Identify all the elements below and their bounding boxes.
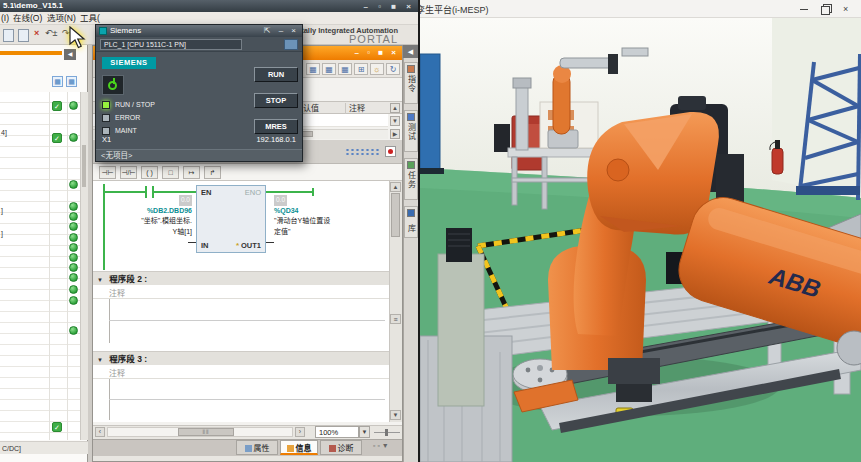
- in-dash: [188, 242, 196, 243]
- editor-window-controls[interactable]: – ▫ ■ ×: [355, 46, 399, 60]
- plc-instance-select[interactable]: PLC_1 [CPU 1511C-1 PN]: [100, 39, 242, 50]
- tab-libraries[interactable]: 库: [404, 206, 418, 238]
- status-dot: [69, 243, 78, 252]
- tab-diagnostics[interactable]: 诊断: [320, 440, 362, 455]
- grid-separator: [49, 92, 50, 440]
- column-separator: [345, 103, 346, 114]
- zoom-select[interactable]: 100%: [315, 426, 359, 438]
- editor-hscroll-thumb[interactable]: ⫴⫴: [178, 428, 234, 436]
- left-pane-collapse-icon[interactable]: ◀: [64, 49, 76, 60]
- siemens-logo: SIEMENS: [102, 57, 156, 69]
- device-row[interactable]: C/DC]: [0, 441, 88, 454]
- monitor-value-badge: 0.0: [179, 195, 192, 206]
- plcsim-titlebar[interactable]: Siemens ⇱ – ×: [96, 25, 302, 37]
- scroll-right-icon[interactable]: ▶: [390, 129, 400, 139]
- twin-titlebar[interactable]: 孪生平台(i-MESP): [420, 0, 861, 18]
- power-button[interactable]: [102, 75, 124, 95]
- network-3-header[interactable]: ▼ 程序段 3 :: [93, 351, 389, 365]
- tab-tasks[interactable]: 任务: [404, 158, 418, 200]
- scroll-up-icon[interactable]: ▲: [390, 103, 400, 113]
- tab-properties[interactable]: 属性: [236, 440, 278, 455]
- task-card-collapse[interactable]: ◀: [403, 45, 418, 58]
- tag-table-grid[interactable]: [0, 92, 80, 440]
- scroll-left-icon[interactable]: ‹: [95, 427, 105, 437]
- no-contact-icon[interactable]: ⊣⊢: [99, 166, 116, 179]
- network-2-comment[interactable]: 注释: [109, 287, 125, 298]
- undo-icon[interactable]: ↶±: [45, 28, 57, 38]
- ladder-canvas[interactable]: EN ENO IN * OUT1 0.0 %DB2.DBD96 "坐标".模组坐…: [93, 181, 389, 422]
- modify-value-icon[interactable]: *: [236, 241, 239, 250]
- empty-box-icon[interactable]: □: [162, 166, 179, 179]
- go-online-icon[interactable]: ↻: [386, 63, 400, 75]
- empty-rail: [109, 321, 110, 343]
- testing-icon: [407, 113, 415, 121]
- stop-button[interactable]: STOP: [254, 93, 298, 108]
- properties-icon: [245, 445, 252, 452]
- scroll-down-icon[interactable]: ▼: [390, 410, 401, 420]
- canvas-vscroll-thumb[interactable]: [391, 193, 400, 237]
- status-dot: [69, 326, 78, 335]
- status-check-icon: ✓: [52, 101, 62, 111]
- tab-testing[interactable]: 测试: [404, 110, 418, 152]
- coil-icon[interactable]: ( ): [141, 166, 158, 179]
- copy-icon[interactable]: [3, 29, 12, 40]
- status-dot: [69, 222, 78, 231]
- menu-item-insert[interactable]: (I): [1, 12, 9, 25]
- plcsim-window-controls[interactable]: ⇱ – ×: [264, 25, 299, 37]
- door-sill: [420, 168, 444, 174]
- run-button[interactable]: RUN: [254, 67, 298, 82]
- network-2-header[interactable]: ▼ 程序段 2 :: [93, 271, 389, 285]
- restore-icon[interactable]: [821, 4, 831, 14]
- table-view-icon[interactable]: ▦: [52, 76, 63, 87]
- interface-label: X1: [102, 135, 111, 144]
- scroll-down-icon[interactable]: ▼: [390, 116, 400, 126]
- output-operand[interactable]: 0.0 %QD34 "滑动台Y轴位置设 定值": [274, 195, 386, 237]
- scroll-up-icon[interactable]: ▲: [390, 182, 401, 192]
- menu-item-online[interactable]: 在线(O): [13, 12, 42, 25]
- paste-icon[interactable]: [18, 29, 27, 40]
- status-dot: [69, 212, 78, 221]
- device-row-fragment: C/DC]: [2, 445, 21, 452]
- keep-values-icon[interactable]: ▦: [338, 63, 352, 75]
- add-table-icon[interactable]: ▦: [66, 76, 77, 87]
- snapshot-icon[interactable]: ▦: [322, 63, 336, 75]
- highlight-icon[interactable]: ☼: [370, 63, 384, 75]
- tia-titlebar[interactable]: 5.1\demo_V15.1 – ▫ ■ ×: [0, 0, 418, 12]
- project-status[interactable]: <无项目>: [96, 149, 302, 161]
- monitor-toggle-icon[interactable]: ▦: [306, 63, 320, 75]
- nc-contact-icon[interactable]: ⊣/⊢: [120, 166, 137, 179]
- inspector-mini-controls[interactable]: ▫ ▫ ▼: [373, 442, 389, 449]
- diode-icon[interactable]: [385, 146, 396, 157]
- tab-libraries-label: 库: [406, 224, 417, 233]
- close-icon[interactable]: ×: [843, 4, 853, 14]
- tab-diagnostics-label: 诊断: [338, 444, 354, 453]
- zoom-dropdown-icon[interactable]: ▼: [359, 426, 370, 438]
- divider: [93, 378, 389, 379]
- led-run-stop: [102, 101, 110, 109]
- 3d-viewport[interactable]: ABB: [420, 18, 861, 462]
- device-view-icon[interactable]: [284, 39, 298, 50]
- zoom-slider-knob[interactable]: [385, 429, 388, 436]
- favorites-empty-slots[interactable]: [345, 148, 379, 157]
- delete-icon[interactable]: ×: [34, 28, 39, 38]
- left-pane-scroll-thumb[interactable]: [82, 145, 86, 187]
- close-branch-icon[interactable]: ↱: [204, 166, 221, 179]
- minimize-icon[interactable]: [799, 4, 809, 14]
- expand-icon[interactable]: ⊞: [354, 63, 368, 75]
- scroll-right-icon[interactable]: ›: [295, 427, 305, 437]
- editor-bottom-strip: [93, 456, 402, 461]
- out-dash: [266, 242, 274, 243]
- move-block[interactable]: EN ENO IN * OUT1: [196, 185, 266, 253]
- tab-instructions[interactable]: 指令: [404, 62, 418, 104]
- collapse-triangle-icon[interactable]: ▼: [93, 357, 107, 363]
- section-grip-icon[interactable]: ≡: [390, 314, 401, 324]
- libraries-icon: [407, 209, 415, 217]
- mres-button[interactable]: MRES: [254, 119, 298, 134]
- open-branch-icon[interactable]: ↦: [183, 166, 200, 179]
- network-3-comment[interactable]: 注释: [109, 367, 125, 378]
- tab-info[interactable]: 信息: [280, 440, 318, 455]
- input-operand[interactable]: 0.0 %DB2.DBD96 "坐标".模组坐标. Y轴[1]: [93, 195, 192, 237]
- plcsim-panel[interactable]: Siemens ⇱ – × PLC_1 [CPU 1511C-1 PN] SIE…: [95, 24, 303, 162]
- menu-item-options[interactable]: 选项(N): [47, 12, 76, 25]
- collapse-triangle-icon[interactable]: ▼: [93, 277, 107, 283]
